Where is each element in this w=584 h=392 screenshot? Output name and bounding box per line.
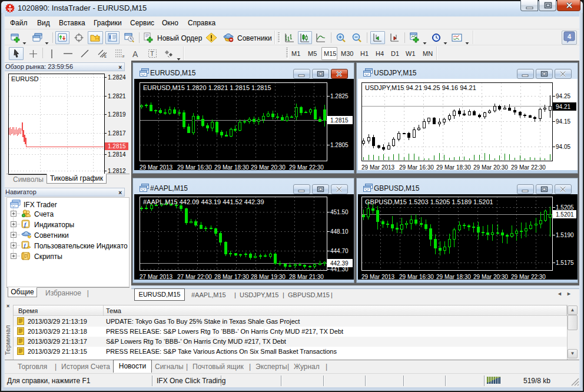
- svg-text:1.2819: 1.2819: [108, 111, 126, 118]
- svg-text:USDJPY,M15 94.21 94.25 94.16: USDJPY,M15 94.21 94.25 94.16 94.21: [365, 84, 476, 91]
- svg-text:1.2821: 1.2821: [108, 93, 126, 99]
- svg-text:1.5205: 1.5205: [556, 204, 574, 211]
- svg-text:1.5201: 1.5201: [556, 211, 574, 218]
- svg-text:29 Mar 16:30: 29 Mar 16:30: [177, 164, 212, 170]
- svg-text:1.2805: 1.2805: [330, 142, 349, 148]
- svg-text:1.2824: 1.2824: [108, 74, 126, 81]
- svg-text:448.10: 448.10: [330, 228, 349, 235]
- svg-text:29 Mar 18:30: 29 Mar 18:30: [436, 274, 471, 280]
- svg-text:1.2817: 1.2817: [108, 130, 126, 137]
- svg-text:29 Mar 20:30: 29 Mar 20:30: [251, 164, 286, 170]
- svg-text:27 Mar 2013: 27 Mar 2013: [140, 274, 173, 280]
- svg-text:EURUSD: EURUSD: [11, 75, 39, 82]
- svg-text:#AAPL,M15 442.09 443.19 441.5: #AAPL,M15 442.09 443.19 441.52 442.39: [143, 198, 264, 205]
- svg-text:28 Mar 17:30: 28 Mar 17:30: [214, 274, 249, 280]
- svg-text:1.5175: 1.5175: [556, 260, 574, 266]
- svg-text:GBPUSD,M15 1.5203 1.5205 1.51: GBPUSD,M15 1.5203 1.5205 1.5189 1.5201: [365, 198, 493, 205]
- svg-text:1.2825: 1.2825: [330, 93, 349, 99]
- svg-text:1.2814: 1.2814: [108, 151, 126, 158]
- svg-text:94.05: 94.05: [556, 144, 570, 150]
- svg-text:29 Mar 2013: 29 Mar 2013: [140, 164, 173, 170]
- svg-text:28 Mar 21:30: 28 Mar 21:30: [289, 274, 324, 280]
- svg-text:94.25: 94.25: [556, 93, 570, 99]
- svg-text:4: 4: [568, 33, 572, 40]
- svg-text:444.70: 444.70: [330, 248, 349, 254]
- svg-text:1.5190: 1.5190: [556, 232, 574, 238]
- svg-text:A: A: [132, 49, 138, 58]
- svg-text:29 Mar 18:30: 29 Mar 18:30: [214, 164, 249, 170]
- svg-text:F: F: [122, 55, 125, 58]
- svg-text:29 Mar 2013: 29 Mar 2013: [361, 274, 395, 280]
- svg-text:1.2815: 1.2815: [108, 143, 126, 150]
- svg-text:29 Mar 16:30: 29 Mar 16:30: [399, 274, 434, 280]
- svg-text:EURUSD,M15 1.2820 1.2821 1.28: EURUSD,M15 1.2820 1.2821 1.2815 1.2815: [143, 84, 271, 91]
- svg-text:442.39: 442.39: [330, 260, 349, 267]
- svg-text:94.15: 94.15: [556, 118, 570, 125]
- svg-text:E: E: [104, 55, 107, 58]
- svg-text:1.2815: 1.2815: [330, 117, 349, 124]
- svg-text:29 Mar 22:30: 29 Mar 22:30: [511, 274, 546, 280]
- svg-text:451.50: 451.50: [330, 209, 349, 215]
- svg-text:29 Mar 2013: 29 Mar 2013: [361, 164, 395, 170]
- svg-text:29 Mar 22:30: 29 Mar 22:30: [511, 164, 546, 170]
- svg-text:29 Mar 20:30: 29 Mar 20:30: [473, 164, 508, 170]
- svg-text:29 Mar 22:30: 29 Mar 22:30: [289, 164, 324, 170]
- svg-text:94.21: 94.21: [556, 104, 570, 110]
- svg-text:27 Mar 22:00: 27 Mar 22:00: [177, 274, 212, 280]
- svg-text:28 Mar 19:30: 28 Mar 19:30: [251, 274, 286, 280]
- svg-text:29 Mar 16:30: 29 Mar 16:30: [399, 164, 434, 170]
- svg-text:29 Mar 18:30: 29 Mar 18:30: [436, 164, 471, 170]
- svg-text:29 Mar 20:30: 29 Mar 20:30: [473, 274, 508, 280]
- svg-text:T: T: [150, 50, 154, 57]
